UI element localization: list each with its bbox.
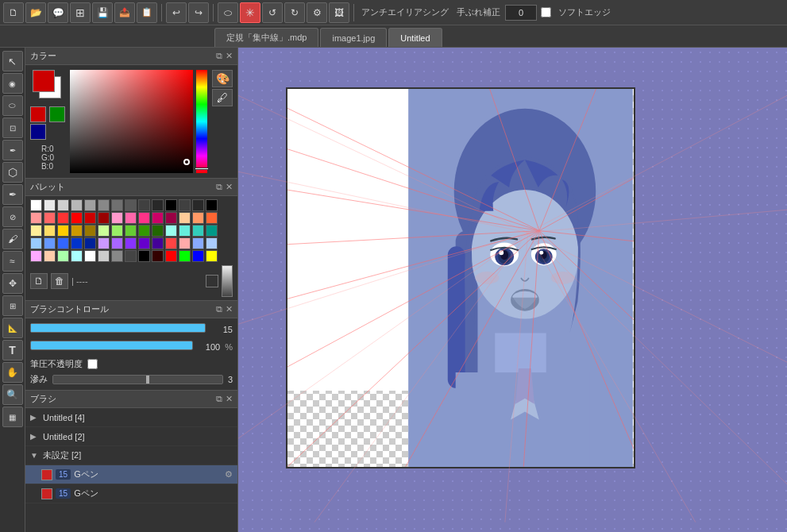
palette-color-49[interactable] bbox=[125, 237, 137, 249]
palette-color-24[interactable] bbox=[165, 212, 177, 224]
layer-item-gpen2[interactable]: 15 Gペン bbox=[25, 484, 237, 503]
palette-color-12[interactable] bbox=[192, 199, 204, 211]
palette-color-46[interactable] bbox=[84, 237, 96, 249]
lasso-button[interactable]: ⬭ bbox=[218, 2, 238, 23]
palette-color-43[interactable] bbox=[44, 237, 56, 249]
color-hue-bar[interactable] bbox=[196, 70, 207, 173]
palette-color-29[interactable] bbox=[44, 225, 56, 237]
palette-color-0[interactable] bbox=[30, 199, 42, 211]
image-button[interactable]: 🖼 bbox=[329, 2, 349, 23]
blue-swatch[interactable] bbox=[30, 124, 46, 140]
palette-color-44[interactable] bbox=[57, 237, 69, 249]
crop-tool[interactable]: ⊡ bbox=[2, 118, 23, 138]
palette-color-31[interactable] bbox=[71, 225, 83, 237]
palette-color-20[interactable] bbox=[111, 212, 123, 224]
palette-color-32[interactable] bbox=[84, 225, 96, 237]
palette-color-3[interactable] bbox=[71, 199, 83, 211]
palette-color-47[interactable] bbox=[98, 237, 110, 249]
color-swatches[interactable] bbox=[33, 70, 63, 100]
palette-color-15[interactable] bbox=[44, 212, 56, 224]
brush-panel-close-icon[interactable]: ✕ bbox=[226, 304, 233, 314]
palette-color-66[interactable] bbox=[165, 250, 177, 262]
magic-button[interactable]: ✳ bbox=[240, 2, 260, 23]
new-button[interactable]: 🗋 bbox=[3, 2, 24, 23]
blur-slider[interactable] bbox=[52, 375, 223, 384]
layer-gear-icon[interactable]: ⚙ bbox=[225, 469, 233, 480]
palette-color-45[interactable] bbox=[71, 237, 83, 249]
palette-color-50[interactable] bbox=[138, 237, 150, 249]
palette-color-34[interactable] bbox=[111, 225, 123, 237]
palette-color-1[interactable] bbox=[44, 199, 56, 211]
palette-color-39[interactable] bbox=[179, 225, 191, 237]
palette-color-55[interactable] bbox=[206, 237, 218, 249]
palette-color-58[interactable] bbox=[57, 250, 69, 262]
palette-color-52[interactable] bbox=[165, 237, 177, 249]
layer-item-unset2[interactable]: ▼ 未設定 [2] bbox=[25, 446, 237, 465]
palette-color-17[interactable] bbox=[71, 212, 83, 224]
palette-color-67[interactable] bbox=[179, 250, 191, 262]
palette-color-30[interactable] bbox=[57, 225, 69, 237]
palette-color-18[interactable] bbox=[84, 212, 96, 224]
tab-ruler[interactable]: 定規「集中線」.mdp bbox=[214, 28, 318, 47]
palette-color-23[interactable] bbox=[152, 212, 164, 224]
palette-color-42[interactable] bbox=[30, 237, 42, 249]
brush-tool[interactable]: 🖌 bbox=[2, 229, 23, 249]
layer-item-gpen1[interactable]: 15 Gペン ⚙ bbox=[25, 465, 237, 484]
palette-color-53[interactable] bbox=[179, 237, 191, 249]
tab-image1[interactable]: image1.jpg bbox=[320, 28, 387, 47]
palette-color-68[interactable] bbox=[192, 250, 204, 262]
palette-color-36[interactable] bbox=[138, 225, 150, 237]
blur-correction-input[interactable] bbox=[505, 5, 537, 21]
palette-new-button[interactable]: 🗋 bbox=[30, 273, 48, 289]
palette-color-57[interactable] bbox=[44, 250, 56, 262]
palette-color-69[interactable] bbox=[206, 250, 218, 262]
palette-color-7[interactable] bbox=[125, 199, 137, 211]
save-button[interactable]: 💾 bbox=[92, 2, 113, 23]
palette-color-65[interactable] bbox=[152, 250, 164, 262]
palette-color-14[interactable] bbox=[30, 212, 42, 224]
palette-extra-swatch[interactable] bbox=[206, 275, 218, 287]
redo-button[interactable]: ↪ bbox=[188, 2, 209, 23]
palette-color-28[interactable] bbox=[30, 225, 42, 237]
palette-color-40[interactable] bbox=[192, 225, 204, 237]
fill-tool[interactable]: ⬡ bbox=[2, 162, 23, 183]
tab-untitled[interactable]: Untitled bbox=[388, 28, 442, 47]
palette-color-10[interactable] bbox=[165, 199, 177, 211]
palette-color-26[interactable] bbox=[192, 212, 204, 224]
palette-color-5[interactable] bbox=[98, 199, 110, 211]
cursor-tool[interactable]: ↖ bbox=[2, 51, 23, 71]
red-swatch[interactable] bbox=[30, 106, 46, 122]
palette-color-54[interactable] bbox=[192, 237, 204, 249]
palette-panel-expand-icon[interactable]: ⧉ bbox=[216, 182, 222, 192]
panel-button[interactable]: ⊞ bbox=[70, 2, 91, 23]
palette-color-8[interactable] bbox=[138, 199, 150, 211]
transform-tool[interactable]: ⊞ bbox=[2, 295, 23, 316]
palette-color-64[interactable] bbox=[138, 250, 150, 262]
foreground-color-swatch[interactable] bbox=[33, 70, 55, 92]
move-tool[interactable]: ✥ bbox=[2, 273, 23, 294]
layer-panel-expand-icon[interactable]: ⧉ bbox=[216, 394, 222, 404]
palette-color-6[interactable] bbox=[111, 199, 123, 211]
palette-color-51[interactable] bbox=[152, 237, 164, 249]
palette-color-61[interactable] bbox=[98, 250, 110, 262]
settings-button[interactable]: ⚙ bbox=[307, 2, 327, 23]
zoom-tool[interactable]: 🔍 bbox=[2, 384, 23, 405]
palette-color-21[interactable] bbox=[125, 212, 137, 224]
palette-color-48[interactable] bbox=[111, 237, 123, 249]
open-button[interactable]: 📂 bbox=[25, 2, 46, 23]
soft-edge-checkbox[interactable] bbox=[541, 7, 551, 17]
palette-color-9[interactable] bbox=[152, 199, 164, 211]
blur-tool[interactable]: ≈ bbox=[2, 251, 23, 272]
template-button[interactable]: 📋 bbox=[137, 2, 157, 23]
gradient-tool[interactable]: ▦ bbox=[2, 407, 23, 427]
palette-color-11[interactable] bbox=[179, 199, 191, 211]
brush-size-slider[interactable] bbox=[30, 323, 206, 336]
palette-color-37[interactable] bbox=[152, 225, 164, 237]
layer-panel-close-icon[interactable]: ✕ bbox=[226, 394, 233, 404]
color-panel-close-icon[interactable]: ✕ bbox=[226, 51, 233, 61]
palette-color-35[interactable] bbox=[125, 225, 137, 237]
text-tool[interactable]: T bbox=[2, 340, 23, 360]
ruler-tool[interactable]: 📐 bbox=[2, 318, 23, 338]
color-gradient-picker[interactable] bbox=[70, 70, 193, 173]
palette-color-63[interactable] bbox=[125, 250, 137, 262]
